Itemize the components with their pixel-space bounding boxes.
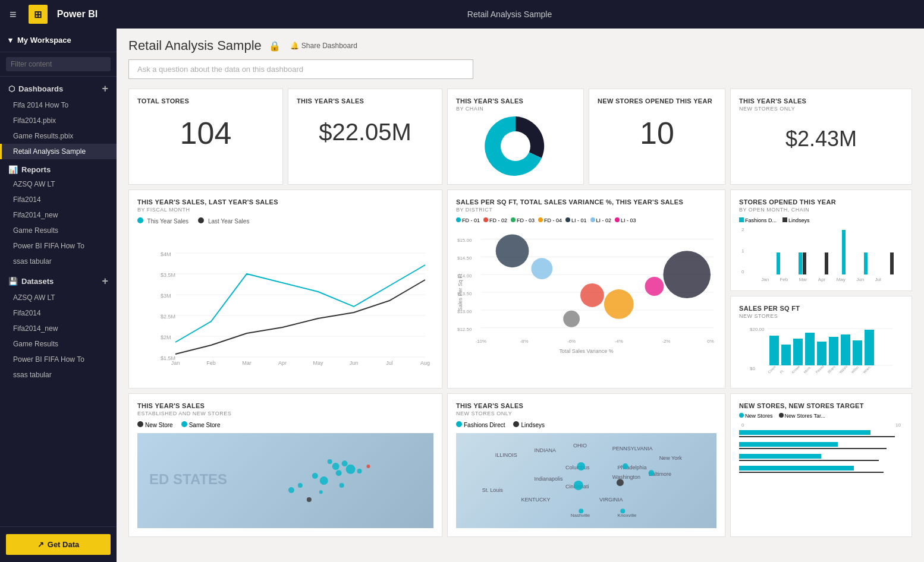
stores-opened-legend: Fashions D... Lindseys	[739, 217, 903, 223]
svg-text:VIRGINIA: VIRGINIA	[599, 497, 623, 503]
sidebar-item-fifa2014new[interactable]: Fifa2014_new	[0, 207, 117, 223]
tile-new-map-title: This Year's Sales	[456, 402, 716, 409]
svg-point-94	[617, 479, 624, 486]
get-data-button[interactable]: ↗ Get Data	[6, 534, 111, 555]
share-dashboard-button[interactable]: 🔔 Share Dashboard	[287, 39, 361, 52]
sidebar-bottom: ↗ Get Data	[0, 526, 117, 562]
tile-this-year-sales-value: $22.05M	[297, 106, 433, 158]
filter-area	[0, 52, 117, 77]
add-dataset-icon[interactable]: +	[102, 275, 108, 288]
svg-rect-45	[769, 336, 779, 365]
app-logo: ⊞	[29, 5, 48, 24]
tile-new-stores-only[interactable]: This Year's Sales NEW STORES ONLY $2.43M	[730, 89, 912, 185]
bubble-fd01	[563, 311, 580, 327]
dashboard-header: Retail Analysis Sample 🔒 🔔 Share Dashboa…	[128, 38, 912, 53]
svg-text:New York: New York	[659, 455, 683, 461]
bubble-li03	[645, 277, 664, 296]
tile-stores-opened[interactable]: Stores Opened This Year BY OPEN MONTH, C…	[730, 190, 912, 389]
tile-estab-subtitle: ESTABLISHED AND NEW STORES	[137, 411, 433, 416]
workspace-header[interactable]: ▾ My Workspace	[0, 29, 117, 52]
svg-text:Jun: Jun	[350, 360, 359, 366]
filter-input[interactable]	[6, 57, 111, 71]
bubble-legend: FD - 01 FD - 02 FD - 03 FD - 04 LI - 01 …	[456, 217, 716, 223]
tile-new-stores-only-title: This Year's Sales	[739, 97, 903, 105]
sidebar-item-fifa2014howto[interactable]: Fifa 2014 How To	[0, 97, 117, 113]
svg-point-0	[501, 131, 530, 161]
sales-sqft-new-title: Sales Per Sq Ft	[739, 305, 903, 312]
new-map-dots: ILLINOIS INDIANA OHIO PENNSYLVANIA Colum…	[456, 433, 716, 528]
qa-input-bar[interactable]: Ask a question about the data on this da…	[128, 59, 473, 79]
sidebar-item-azsq-d[interactable]: AZSQ AW LT	[0, 290, 117, 305]
sidebar-item-fifa2014r[interactable]: Fifa2014	[0, 192, 117, 207]
svg-text:Feb: Feb	[206, 360, 216, 366]
svg-text:$20.00: $20.00	[750, 327, 765, 332]
svg-rect-50	[829, 337, 838, 365]
pie-chart-container	[456, 116, 575, 176]
datasets-section-header[interactable]: 💾Datasets +	[0, 269, 117, 290]
tile-this-year-sales[interactable]: This Year's Sales $22.05M	[288, 89, 442, 185]
tile-estab-title: This Year's Sales	[137, 402, 433, 409]
svg-point-66	[346, 465, 356, 474]
stores-opened-title: Stores Opened This Year	[739, 198, 903, 206]
bubble-chart-svg: $15.00 $14.50 $14.00 $13.50 $13.00 $12.5…	[456, 227, 716, 358]
sidebar-item-fifa2014-d[interactable]: Fifa2014	[0, 305, 117, 321]
tile-new-map-subtitle: NEW STORES ONLY	[456, 411, 716, 416]
tile-fiscal-month[interactable]: This Year's Sales, Last Year's Sales BY …	[128, 190, 442, 389]
svg-text:PENNSYLVANIA: PENNSYLVANIA	[612, 446, 653, 452]
svg-text:KENTUCKY: KENTUCKY	[521, 497, 551, 503]
sidebar-item-fifa2014new-d[interactable]: Fifa2014_new	[0, 321, 117, 336]
add-dashboard-icon[interactable]: +	[102, 83, 108, 95]
svg-point-67	[336, 470, 342, 476]
sidebar-item-powerbi-d[interactable]: Power BI FIFA How To	[0, 352, 117, 367]
tile-new-stores-only-value: $2.43M	[739, 116, 903, 162]
tile-new-stores[interactable]: New Stores Opened This Year 10	[589, 89, 725, 185]
bubble-li02	[531, 258, 552, 279]
svg-point-76	[366, 465, 370, 468]
bubble-fd04	[663, 251, 711, 298]
svg-text:$4M: $4M	[161, 251, 171, 257]
tile-new-stores-value: 10	[598, 106, 716, 160]
tile-by-chain-title: This Year's Sales	[456, 97, 575, 105]
target-legend: New Stores New Stores Tar...	[739, 413, 903, 419]
sidebar-item-ssas[interactable]: ssas tabular	[0, 254, 117, 269]
svg-text:INDIANA: INDIANA	[534, 447, 556, 453]
sidebar-item-retail[interactable]: Retail Analysis Sample	[0, 144, 117, 159]
pie-chart	[483, 113, 548, 179]
sidebar-item-azsq[interactable]: AZSQ AW LT	[0, 176, 117, 192]
svg-text:$3.5M: $3.5M	[161, 272, 175, 278]
dashboards-section-header[interactable]: ⬡Dashboards +	[0, 77, 117, 97]
svg-rect-49	[817, 342, 826, 365]
sidebar-item-powerbi[interactable]: Power BI FIFA How To	[0, 238, 117, 254]
sidebar-item-game[interactable]: Game Results	[0, 223, 117, 238]
hamburger-icon[interactable]: ≡	[10, 8, 17, 21]
app-name: Power BI	[57, 9, 98, 20]
svg-text:-4%: -4%	[615, 339, 623, 344]
svg-rect-51	[841, 334, 850, 365]
svg-text:Ft.: Ft.	[779, 368, 784, 374]
svg-text:-8%: -8%	[520, 339, 528, 344]
sidebar-item-game-d[interactable]: Game Results	[0, 336, 117, 352]
dashboard-grid: Total Stores 104 This Year's Sales $22.0…	[128, 89, 912, 537]
sidebar-item-ssas-d[interactable]: ssas tabular	[0, 367, 117, 383]
svg-point-95	[649, 470, 655, 476]
sidebar-item-fifa2014pbix[interactable]: Fifa2014.pbix	[0, 113, 117, 128]
sidebar: ▾ My Workspace ⬡Dashboards + Fifa 2014 H…	[0, 29, 117, 562]
svg-text:Mont.: Mont.	[803, 365, 812, 374]
reports-section-header[interactable]: 📊Reports	[0, 159, 117, 176]
svg-rect-46	[781, 345, 791, 365]
tile-sales-sqft-new: Sales Per Sq Ft NEW STORES $20.00 $0	[730, 296, 912, 389]
svg-point-72	[340, 483, 344, 488]
logo-text: ⊞	[34, 9, 42, 20]
svg-text:$14.50: $14.50	[457, 255, 472, 261]
sidebar-item-gameresults[interactable]: Game Results.pbix	[0, 128, 117, 144]
svg-point-69	[312, 473, 318, 479]
tile-new-stores-map[interactable]: This Year's Sales NEW STORES ONLY Fashio…	[447, 393, 725, 537]
svg-point-92	[623, 463, 628, 469]
svg-point-100	[620, 509, 625, 513]
svg-text:Washington: Washington	[612, 474, 640, 480]
tile-established[interactable]: This Year's Sales ESTABLISHED AND NEW ST…	[128, 393, 442, 537]
tile-sales-sqft[interactable]: Sales Per Sq Ft, Total Sales Variance %,…	[447, 190, 725, 389]
tile-by-chain[interactable]: This Year's Sales BY CHAIN	[447, 89, 584, 185]
tile-total-stores[interactable]: Total Stores 104	[128, 89, 283, 185]
tile-new-stores-target[interactable]: New Stores, New Stores Target New Stores…	[730, 393, 912, 537]
